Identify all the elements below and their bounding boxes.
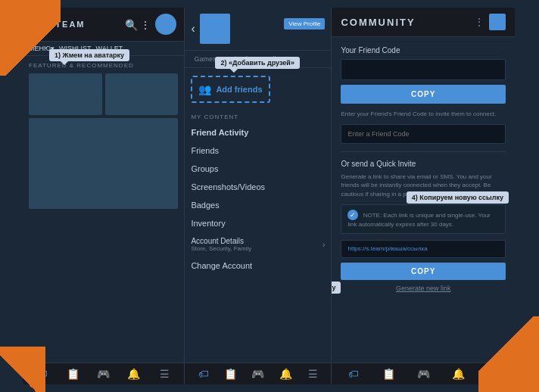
bottom-nav-menu-icon-2[interactable]: ☰ <box>307 368 319 380</box>
step3-annotation: 3) Создаем новую ссылку <box>332 282 341 294</box>
my-content-label: MY CONTENT <box>185 110 331 123</box>
menu-item-label: Badges <box>191 201 219 210</box>
bottom-nav-game-icon[interactable]: 🎮 <box>98 368 110 380</box>
community-bottom-bell-icon[interactable]: 🔔 <box>452 368 464 380</box>
menu-item-groups[interactable]: Groups <box>185 160 331 178</box>
menu-item-account[interactable]: Account Details Store, Security, Family … <box>185 232 331 257</box>
community-header: COMMUNITY ⋮ <box>332 8 515 37</box>
community-content: Your Friend Code COPY Enter your Friend'… <box>332 37 515 362</box>
bottom-nav-tag-icon-2[interactable]: 🏷 <box>198 368 210 380</box>
featured-cards <box>29 73 178 115</box>
steam-bottom-nav: 🏷 📋 🎮 🔔 ☰ <box>23 362 184 384</box>
check-icon: ✓ <box>347 210 358 220</box>
menu-item-sublabel: Store, Security, Family <box>191 245 251 252</box>
bottom-nav-bell-icon-2[interactable]: 🔔 <box>279 368 291 380</box>
dropdown-header: ‹ View Profile <box>185 8 331 51</box>
featured-card-2 <box>105 73 179 115</box>
steam-content: FEATURED & RECOMMENDED <box>23 56 184 362</box>
featured-card-1 <box>29 73 102 115</box>
menu-item-screenshots[interactable]: Screenshots/Videos <box>185 178 331 196</box>
app-container: STEAM 🔍 ⋮ 1) Жмем на аватарку МЕНЮ▾ WISH… <box>23 8 515 384</box>
search-icon[interactable]: 🔍 <box>125 19 136 30</box>
chevron-right-icon: › <box>322 241 325 249</box>
add-friends-label: Add friends <box>216 85 262 94</box>
menu-item-label: Groups <box>191 164 218 173</box>
community-bottom-tag-icon[interactable]: 🏷 <box>347 368 360 380</box>
more-icon[interactable]: ⋮ <box>140 19 151 30</box>
enter-friend-code-input[interactable] <box>341 124 506 144</box>
view-profile-button[interactable]: View Profile <box>284 18 325 30</box>
dropdown-avatar <box>200 14 230 44</box>
back-button[interactable]: ‹ <box>191 22 195 36</box>
notice-box: ✓ NOTE: Each link is unique and single-u… <box>341 204 506 234</box>
add-friends-icon: 👥 <box>198 83 211 95</box>
bottom-nav-bell-icon[interactable]: 🔔 <box>128 368 140 380</box>
copy-button-1[interactable]: COPY <box>341 85 506 104</box>
friend-dropdown: ‹ View Profile 2) «Добавить друзей» Game… <box>184 8 331 384</box>
menu-item-friends[interactable]: Friends <box>185 142 331 160</box>
menu-item-inventory[interactable]: Inventory <box>185 214 331 232</box>
menu-item-change-account[interactable]: Change Account <box>185 257 331 275</box>
quick-invite-label: Or send a Quick Invite <box>341 160 506 168</box>
community-title: COMMUNITY <box>341 17 415 28</box>
featured-card-tall <box>29 118 178 209</box>
your-friend-code-label: Your Friend Code <box>341 46 506 54</box>
add-friends-button[interactable]: 👥 Add friends <box>191 76 270 103</box>
menu-item-label: Change Account <box>191 261 252 270</box>
menu-item-label: Friends <box>191 146 219 155</box>
notice-text: ✓ NOTE: Each link is unique and single-u… <box>347 210 499 229</box>
bottom-nav-menu-icon[interactable]: ☰ <box>158 368 170 380</box>
menu-item-label: Friend Activity <box>191 128 248 137</box>
step1-annotation: 1) Жмем на аватарку <box>49 49 129 61</box>
menu-item-label: Inventory <box>191 219 225 228</box>
menu-item-label: Screenshots/Videos <box>191 182 265 191</box>
community-bottom-game-icon[interactable]: 🎮 <box>417 368 429 380</box>
step4-annotation: 4) Копируем новую ссылку <box>407 191 509 204</box>
gift-decoration-tl <box>0 0 61 76</box>
helper-text: Enter your Friend's Friend Code to invit… <box>341 110 506 118</box>
menu-item-badges[interactable]: Badges <box>185 196 331 214</box>
community-header-right: ⋮ <box>474 14 506 30</box>
bottom-nav-list-icon-2[interactable]: 📋 <box>225 368 237 380</box>
generate-new-link[interactable]: Generate new link 3) Создаем новую ссылк… <box>341 285 506 292</box>
dropdown-bottom-nav: 🏷 📋 🎮 🔔 ☰ <box>185 362 331 384</box>
bottom-nav-game-icon-2[interactable]: 🎮 <box>252 368 264 380</box>
gift-decoration-bl <box>0 347 45 392</box>
gift-decoration-br <box>478 316 539 392</box>
link-url-input[interactable] <box>341 240 506 258</box>
avatar[interactable] <box>155 14 176 35</box>
copy-button-2[interactable]: COPY <box>341 263 506 280</box>
community-avatar <box>489 14 506 30</box>
your-friend-code-input[interactable] <box>341 59 506 80</box>
community-bottom-list-icon[interactable]: 📋 <box>382 368 394 380</box>
divider <box>341 151 506 152</box>
more-options-icon[interactable]: ⋮ <box>474 16 484 28</box>
bottom-nav-list-icon[interactable]: 📋 <box>67 368 79 380</box>
menu-item-label: Account Details <box>191 237 251 245</box>
steam-header-icons: 🔍 ⋮ <box>125 14 176 35</box>
step2-annotation: 2) «Добавить друзей» <box>215 57 299 69</box>
menu-item-friend-activity[interactable]: Friend Activity <box>185 123 331 142</box>
